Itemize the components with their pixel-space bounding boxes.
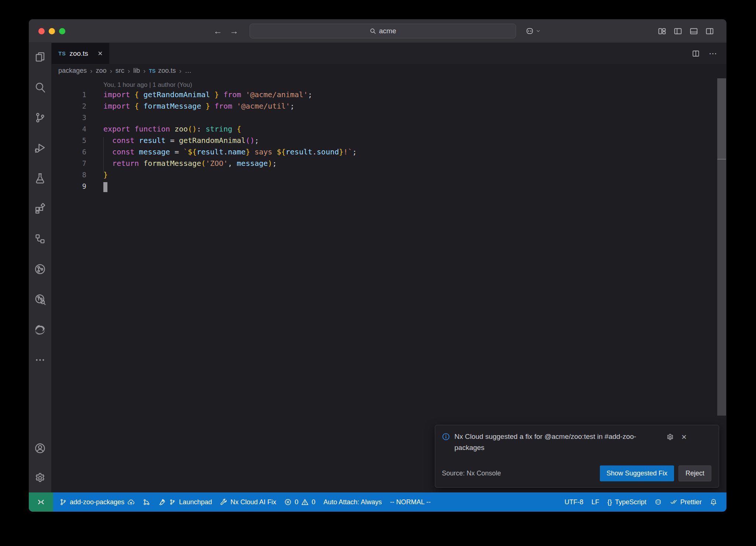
- code-line-1[interactable]: 1import { getRandomAnimal } from '@acme/…: [52, 89, 726, 100]
- code-text: export function zoo(): string {: [103, 123, 241, 135]
- wrench-icon: [220, 498, 227, 506]
- warning-triangle-icon: [301, 498, 309, 506]
- activity-bar-git-graph-view[interactable]: [30, 289, 51, 310]
- editor-scrollbar-track[interactable]: [717, 160, 726, 416]
- breadcrumb-item-file[interactable]: TSzoo.ts: [149, 67, 176, 75]
- code-text: const message = `${result.name} says ${r…: [103, 146, 357, 158]
- activity-bar-run-and-debug[interactable]: [30, 137, 51, 158]
- status-bar: add-zoo-packagesLaunchpadNx Cloud AI Fix…: [29, 492, 726, 512]
- status-item-git-branch[interactable]: add-zoo-packages: [55, 492, 139, 512]
- remote-indicator[interactable]: [29, 492, 53, 512]
- status-item-nx-cloud-ai-fix[interactable]: Nx Cloud AI Fix: [216, 492, 280, 512]
- breadcrumb: packages›zoo›src›lib›TSzoo.ts›…: [52, 64, 726, 78]
- notification-close-button[interactable]: ×: [681, 433, 687, 441]
- toggle-panel-button[interactable]: [690, 27, 698, 35]
- breadcrumb-item-src[interactable]: src: [116, 67, 124, 75]
- code-line-8[interactable]: 8}: [52, 169, 726, 181]
- activity-bar-edge-devtools[interactable]: [30, 319, 51, 340]
- code-text: import { getRandomAnimal } from '@acme/a…: [103, 89, 312, 100]
- activity-bar-manage-settings[interactable]: [30, 467, 51, 488]
- show-suggested-fix-button[interactable]: Show Suggested Fix: [600, 465, 674, 481]
- status-item-notifications-bell[interactable]: [706, 492, 721, 512]
- activity-bar-accounts[interactable]: [30, 438, 51, 458]
- code-editor[interactable]: You, 1 hour ago | 1 author (You) 1import…: [52, 78, 726, 492]
- status-text: Prettier: [680, 498, 702, 506]
- line-number: 8: [52, 169, 103, 181]
- breadcrumb-overflow[interactable]: …: [185, 67, 192, 75]
- toggle-secondary-sidebar-button[interactable]: [705, 27, 714, 35]
- breadcrumb-item-packages[interactable]: packages: [58, 67, 87, 75]
- status-text: Auto Attach: Always: [323, 498, 382, 506]
- chevron-right-icon: ›: [110, 67, 112, 75]
- editor-scrollbar[interactable]: [717, 78, 726, 160]
- back-button[interactable]: ←: [213, 26, 222, 36]
- line-number: 9: [52, 181, 103, 192]
- status-text: 0: [312, 498, 315, 506]
- notification-settings-button[interactable]: [666, 433, 674, 441]
- tab-zoo-ts[interactable]: TS zoo.ts ×: [52, 43, 109, 64]
- layout-sidebar-left-icon: [674, 27, 682, 35]
- status-item-launchpad[interactable]: Launchpad: [154, 492, 216, 512]
- breadcrumb-item-zoo[interactable]: zoo: [96, 67, 106, 75]
- customize-layout-button[interactable]: [658, 27, 666, 35]
- status-item-language-mode[interactable]: {}TypeScript: [603, 492, 650, 512]
- forward-button[interactable]: →: [230, 26, 238, 36]
- split-editor-button[interactable]: [692, 50, 700, 58]
- gear-icon: [34, 472, 46, 484]
- command-center-search[interactable]: acme: [250, 24, 516, 38]
- activity-bar-explorer[interactable]: [30, 47, 51, 67]
- activity-bar-source-control[interactable]: [30, 107, 51, 128]
- remote-icon: [37, 498, 45, 506]
- layout-panel-icon: [690, 27, 698, 35]
- maximize-window-button[interactable]: [59, 28, 65, 34]
- notification-source: Source: Nx Console: [442, 468, 501, 479]
- status-item-eol[interactable]: LF: [587, 492, 603, 512]
- copilot-menu[interactable]: [525, 19, 541, 43]
- activity-bar-nx-console[interactable]: [30, 228, 51, 249]
- tab-close-icon[interactable]: ×: [98, 50, 103, 58]
- activity-bar-search[interactable]: [30, 77, 51, 98]
- status-item-prettier[interactable]: Prettier: [666, 492, 706, 512]
- activity-bar-nx-cloud[interactable]: [30, 259, 51, 279]
- code-line-9[interactable]: 9: [52, 181, 726, 192]
- code-line-3[interactable]: 3: [52, 112, 726, 123]
- code-line-7[interactable]: 7 return formatMessage('ZOO', message);: [52, 158, 726, 169]
- status-bar-right: UTF-8LF{}TypeScriptPrettier: [560, 492, 726, 512]
- status-item-nx-graph[interactable]: [139, 492, 154, 512]
- more-actions-button[interactable]: ⋯: [709, 49, 718, 58]
- line-number: 6: [52, 146, 103, 158]
- close-window-button[interactable]: [38, 28, 45, 34]
- reject-button[interactable]: Reject: [678, 465, 711, 481]
- search-big-icon: [34, 82, 46, 93]
- info-icon: [442, 433, 450, 441]
- code-text: }: [103, 169, 108, 181]
- status-item-encoding[interactable]: UTF-8: [560, 492, 587, 512]
- activity-bar-extensions[interactable]: [30, 198, 51, 219]
- code-line-6[interactable]: 6 const message = `${result.name} says $…: [52, 146, 726, 158]
- chevron-down-icon: [536, 28, 541, 34]
- search-icon: [370, 28, 376, 34]
- history-nav: ←→: [213, 19, 238, 43]
- code-line-4[interactable]: 4export function zoo(): string {: [52, 123, 726, 135]
- status-item-auto-attach[interactable]: Auto Attach: Always: [319, 492, 386, 512]
- activity-bar-testing[interactable]: [30, 168, 51, 188]
- type-hierarchy-icon: [34, 233, 46, 245]
- minimize-window-button[interactable]: [49, 28, 55, 34]
- ellipsis-dots-icon: [34, 354, 46, 366]
- breadcrumb-item-lib[interactable]: lib: [133, 67, 140, 75]
- line-number: 5: [52, 135, 103, 146]
- git-blame-annotation: You, 1 hour ago | 1 author (You): [103, 78, 726, 89]
- status-item-copilot-status[interactable]: [650, 492, 666, 512]
- cloud-upload-icon: [127, 498, 135, 506]
- code-line-2[interactable]: 2import { formatMessage } from '@acme/ut…: [52, 100, 726, 112]
- rocket-icon: [158, 498, 166, 506]
- code-line-5[interactable]: 5 const result = getRandomAnimal();: [52, 135, 726, 146]
- branch-small-icon: [169, 498, 176, 506]
- account-icon: [34, 443, 46, 454]
- status-item-problems[interactable]: 00: [280, 492, 319, 512]
- line-number: 3: [52, 112, 103, 123]
- activity-bar-additional-views[interactable]: [30, 349, 51, 370]
- status-text: LF: [591, 498, 599, 506]
- status-item-vim-mode[interactable]: -- NORMAL --: [386, 492, 434, 512]
- toggle-primary-sidebar-button[interactable]: [674, 27, 682, 35]
